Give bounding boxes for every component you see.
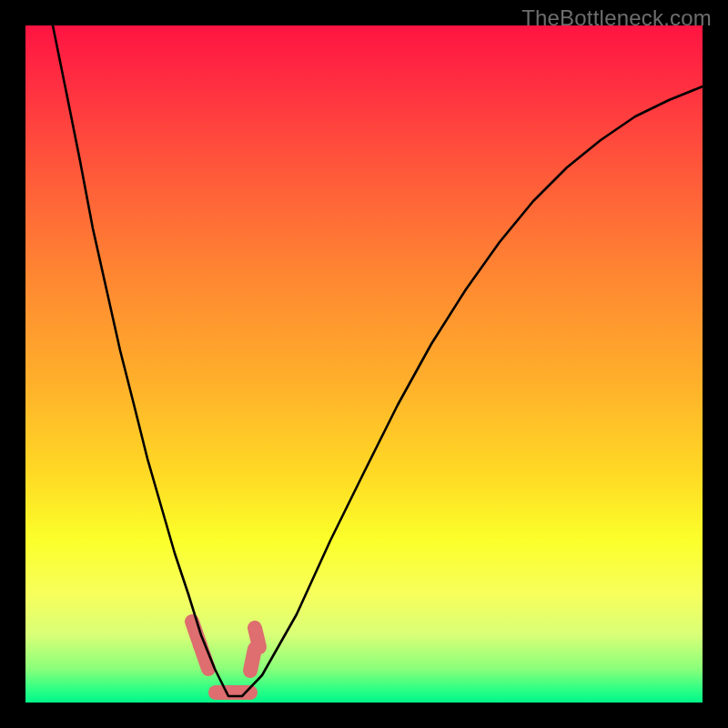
curve-layer	[25, 25, 703, 703]
chart-frame: TheBottleneck.com	[0, 0, 728, 728]
watermark-text: TheBottleneck.com	[521, 5, 712, 31]
blob-right-lower	[250, 649, 255, 671]
bottleneck-curve	[53, 25, 703, 696]
marker-blobs	[192, 622, 259, 693]
plot-area	[25, 25, 703, 703]
